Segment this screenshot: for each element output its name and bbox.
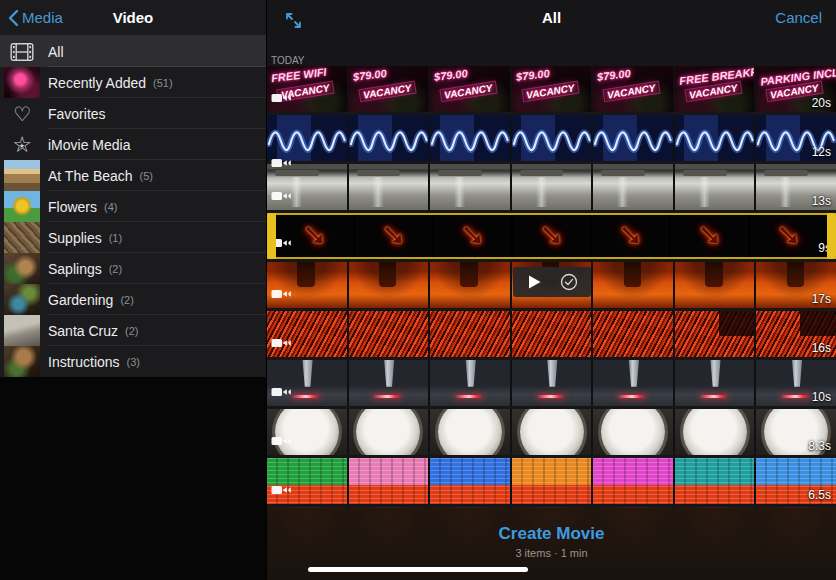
media-browser-panel: All Cancel TODAY FREE WIFIVACANCY$79.00V… [266,0,836,580]
clip-duration: 10s [812,390,831,404]
video-frame-thumbnail [512,409,592,455]
sidebar-item-flowers[interactable]: Flowers (4) [0,191,266,222]
sidebar-item-label: Gardening [48,292,113,308]
sidebar-item-supplies[interactable]: Supplies (1) [0,222,266,253]
sidebar-item-favorites[interactable]: ♡ Favorites [0,98,266,129]
video-camera-audio-icon [271,335,293,353]
filmstrip-thumbnails [267,164,836,210]
album-thumbnail [4,284,40,315]
play-preview-button[interactable] [523,270,547,294]
video-frame-thumbnail: FREE BREAKFASTVACANCY [675,66,755,112]
video-frame-thumbnail [434,215,511,257]
album-thumbnail [4,222,40,253]
video-clip-row[interactable]: FREE WIFIVACANCY$79.00VACANCY$79.00VACAN… [267,66,836,112]
video-frame-thumbnail [675,458,755,504]
filmstrip-thumbnails [276,215,827,257]
video-frame-thumbnail [430,262,510,308]
video-frame-thumbnail [512,164,592,210]
video-camera-audio-icon [271,188,293,206]
sidebar-item-count: (2) [120,294,133,306]
sidebar-item-count: (3) [127,356,140,368]
sidebar-item-imovie-media[interactable]: ☆★ iMovie Media [0,129,266,160]
film-icon [4,36,40,67]
play-icon [528,275,541,289]
sidebar-header: Media Video [0,0,266,36]
video-frame-thumbnail [355,215,432,257]
neon-wave-art [267,115,347,160]
video-camera-audio-icon [271,433,293,451]
video-frame-thumbnail [513,215,590,257]
back-button[interactable]: Media [8,9,63,27]
clip-action-popup [513,267,591,297]
neon-wave-art [349,115,429,160]
neon-wave-art [675,115,755,160]
neon-sign-text: FREE WIFI [270,66,327,84]
neon-wave-art [430,115,510,160]
video-frame-thumbnail [593,360,673,406]
sidebar-item-instructions[interactable]: Instructions (3) [0,346,266,377]
video-camera-audio-icon [271,90,293,108]
sidebar-item-label: iMovie Media [48,137,130,153]
neon-sign-text: $79.00 [597,67,632,83]
video-frame-thumbnail [671,215,748,257]
video-clip-row[interactable]: 6.5s [267,458,836,504]
video-frame-thumbnail [430,115,510,161]
sidebar-item-label: Saplings [48,261,102,277]
filmstrip-thumbnails [267,115,836,161]
filmstrip-thumbnails [267,360,836,406]
home-indicator[interactable] [308,567,528,572]
sidebar-item-label: Santa Cruz [48,323,118,339]
neon-sign-text: VACANCY [439,81,497,103]
video-frame-thumbnail [349,458,429,504]
sidebar-item-count: (5) [140,170,153,182]
heart-icon: ♡ [4,98,40,129]
select-clip-button[interactable] [557,270,581,294]
video-frame-thumbnail [675,311,755,357]
video-clip-row[interactable]: 12s [267,115,836,161]
back-button-label: Media [22,9,63,26]
neon-wave-art [593,115,673,160]
video-frame-thumbnail [430,360,510,406]
video-camera-audio-icon [271,482,293,500]
browser-header: All Cancel [267,0,836,56]
video-frame-thumbnail [512,115,592,161]
video-clip-row[interactable]: 13s [267,164,836,210]
sidebar-item-at-the-beach[interactable]: At The Beach (5) [0,160,266,191]
album-thumbnail [4,67,40,98]
filmstrip-thumbnails [267,311,836,357]
clip-duration: 20s [812,96,831,110]
video-clip-row[interactable]: 16s [267,311,836,357]
clip-rows: FREE WIFIVACANCY$79.00VACANCY$79.00VACAN… [267,66,836,553]
sidebar-item-santa-cruz[interactable]: Santa Cruz (2) [0,315,266,346]
video-frame-thumbnail [593,311,673,357]
video-clip-row[interactable]: 10s [267,360,836,406]
media-scroll-area[interactable]: TODAY FREE WIFIVACANCY$79.00VACANCY$79.0… [267,56,836,580]
trim-handle-right[interactable] [827,213,836,259]
video-frame-thumbnail [593,164,673,210]
chevron-left-icon [8,9,19,27]
trim-handle-left[interactable] [267,213,276,259]
filmstrip-thumbnails: FREE WIFIVACANCY$79.00VACANCY$79.00VACAN… [267,66,836,112]
create-movie-button[interactable]: Create Movie [499,524,605,544]
selection-summary: 3 items · 1 min [267,547,836,559]
video-frame-thumbnail: $79.00VACANCY [349,66,429,112]
video-clip-row[interactable]: 9s [267,213,836,259]
sidebar-item-count: (2) [125,325,138,337]
sidebar: Media Video All Recently Added (51) ♡ Fa… [0,0,266,580]
video-clip-row[interactable]: 8.3s [267,409,836,455]
video-frame-thumbnail [675,262,755,308]
video-frame-thumbnail [349,360,429,406]
star-icon: ☆★ [4,129,40,160]
sidebar-item-gardening[interactable]: Gardening (2) [0,284,266,315]
album-thumbnail [4,315,40,346]
sidebar-item-label: Supplies [48,230,102,246]
video-frame-thumbnail [349,164,429,210]
date-section-label: TODAY [267,56,836,66]
video-camera-audio-icon [271,384,293,402]
sidebar-item-recently-added[interactable]: Recently Added (51) [0,67,266,98]
sidebar-item-saplings[interactable]: Saplings (2) [0,253,266,284]
sidebar-item-all[interactable]: All [0,36,266,67]
cancel-button[interactable]: Cancel [775,9,822,26]
checkmark-circle-icon [560,273,578,291]
album-thumbnail [4,346,40,377]
